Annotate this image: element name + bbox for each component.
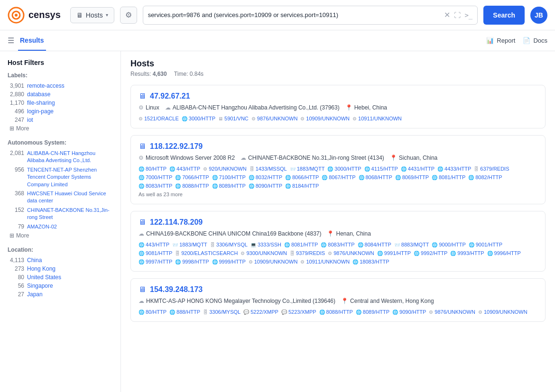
port-tag[interactable]: 🌐7066/HTTP: [175, 174, 209, 180]
expand-search-button[interactable]: ⛶: [454, 11, 461, 19]
filter-value[interactable]: remote-access: [27, 82, 65, 89]
port-tag[interactable]: 🗄3306/MYSQL: [203, 309, 240, 315]
list-item: 56 Singapore: [8, 283, 113, 289]
port-tag[interactable]: ⚙9876/UNKNOWN: [429, 309, 475, 315]
port-tag[interactable]: 🌐18083/HTTP: [352, 259, 389, 264]
port-tag[interactable]: 📨1883/MQTT: [172, 242, 207, 247]
port-tag[interactable]: 🌐8069/HTTP: [395, 174, 429, 180]
port-tag[interactable]: 🌐9998/HTTP: [175, 259, 209, 264]
search-button[interactable]: Search: [483, 6, 525, 25]
port-tag[interactable]: 🌐8088/HTTP: [175, 183, 209, 189]
port-tag[interactable]: 🌐9000/HTTP: [432, 242, 465, 247]
port-tag[interactable]: 🌐8081/HTTP: [432, 174, 465, 180]
port-tag[interactable]: ⚙10909/UNKNOWN: [300, 116, 350, 121]
as-more-link[interactable]: ⊞ More: [8, 232, 113, 239]
port-tag[interactable]: 🗄3306/MYSQL: [210, 242, 248, 247]
labels-more-link[interactable]: ⊞ More: [8, 125, 113, 132]
docs-button[interactable]: 📄 Docs: [523, 37, 547, 44]
results-tab[interactable]: Results: [18, 31, 46, 51]
port-tag[interactable]: 🌐8084/HTTP: [358, 242, 391, 247]
port-tag[interactable]: ⚙10909/UNKNOWN: [478, 309, 527, 315]
port-tag[interactable]: 🌐4433/HTTP: [437, 166, 471, 172]
port-tag[interactable]: 🌐9993/HTTP: [450, 250, 484, 256]
port-tag[interactable]: 🌐888/HTTP: [169, 309, 200, 315]
port-tag[interactable]: 🌐8032/HTTP: [249, 174, 282, 180]
port-tag[interactable]: 🌐8082/HTTP: [468, 174, 502, 180]
port-tag[interactable]: 🌐9090/HTTP: [392, 309, 426, 315]
port-tag[interactable]: 🌐8090/HTTP: [249, 183, 282, 189]
report-button[interactable]: 📊 Report: [486, 37, 515, 44]
port-tag[interactable]: 🌐8083/HTTP: [139, 183, 172, 189]
port-tag[interactable]: 🌐7100/HTTP: [212, 174, 246, 180]
port-tag[interactable]: 🌐8068/HTTP: [359, 174, 392, 180]
filter-value[interactable]: file-sharing: [27, 100, 55, 106]
hamburger-icon[interactable]: ☰: [8, 36, 14, 45]
port-tag[interactable]: 💬5222/XMPP: [243, 309, 278, 315]
port-tag[interactable]: 🌐4431/HTTP: [401, 166, 435, 172]
clear-search-button[interactable]: ✕: [444, 10, 450, 19]
filter-value[interactable]: United States: [27, 274, 61, 281]
cli-button[interactable]: >_: [464, 11, 472, 19]
port-tag[interactable]: 🌐8088/HTTP: [319, 309, 353, 315]
filter-value[interactable]: China: [27, 257, 42, 264]
search-type-button[interactable]: 🖥 Hosts ▾: [70, 7, 114, 23]
filter-value[interactable]: ALIBABA-CN-NET Hangzhou Alibaba Advertis…: [27, 150, 113, 164]
settings-button[interactable]: ⚙: [120, 7, 137, 24]
port-tag[interactable]: 🌐8066/HTTP: [285, 174, 319, 180]
port-tag[interactable]: ⚙1521/ORACLE: [139, 116, 179, 121]
port-tag[interactable]: 🌐3000/HTTP: [182, 116, 215, 121]
port-tag[interactable]: 💬5223/XMPP: [281, 309, 316, 315]
port-tag[interactable]: 🌐4115/HTTP: [364, 166, 398, 172]
port-tag[interactable]: 🌐9081/HTTP: [139, 250, 172, 256]
port-tag[interactable]: 📨8883/MQTT: [394, 242, 429, 247]
port-tag[interactable]: 🌐443/HTTP: [169, 166, 200, 172]
filter-value[interactable]: TENCENT-NET-AP Shenzhen Tencent Computer…: [27, 166, 113, 188]
port-tag[interactable]: 🌐9997/HTTP: [139, 259, 172, 264]
port-tag[interactable]: 🌐443/HTTP: [139, 242, 169, 247]
port-tag[interactable]: 🌐7000/HTTP: [139, 174, 172, 180]
port-tag[interactable]: ⚙9300/UNKNOWN: [240, 250, 287, 256]
port-tag[interactable]: ⚙10911/UNKNOWN: [352, 116, 402, 121]
port-tag[interactable]: 🌐8089/HTTP: [212, 183, 246, 189]
host-ip[interactable]: 118.122.92.179: [150, 142, 203, 151]
filter-value[interactable]: Japan: [27, 291, 43, 298]
port-tag[interactable]: ⚙9876/UNKNOWN: [328, 250, 374, 256]
filter-value[interactable]: CHINANET-BACKBONE No.31,Jin-rong Street: [27, 207, 113, 221]
port-tag[interactable]: 🖥5901/VNC: [218, 116, 249, 121]
port-tag[interactable]: 🌐9991/HTTP: [377, 250, 411, 256]
port-tag[interactable]: ⚙10911/UNKNOWN: [300, 259, 350, 264]
port-tag[interactable]: 💻3333/SSH: [250, 242, 281, 247]
search-input[interactable]: [148, 11, 441, 18]
port-tag[interactable]: 🌐9992/HTTP: [414, 250, 447, 256]
port-tag[interactable]: 🌐80/HTTP: [139, 309, 166, 315]
host-ip[interactable]: 122.114.78.209: [150, 218, 203, 227]
port-tag[interactable]: 🌐8089/HTTP: [356, 309, 389, 315]
avatar[interactable]: JB: [530, 7, 547, 24]
port-tag[interactable]: 🌐8081/HTTP: [284, 242, 318, 247]
port-tag[interactable]: ⚙920/UNKNOWN: [203, 166, 246, 172]
port-tag[interactable]: 🌐8083/HTTP: [321, 242, 354, 247]
port-tag[interactable]: 🗄6379/REDIS: [474, 166, 509, 172]
port-tag[interactable]: 🗄1433/MSSQL: [250, 166, 287, 172]
port-tag[interactable]: ⚙9876/UNKNOWN: [251, 116, 298, 121]
port-tag[interactable]: 🌐9001/HTTP: [469, 242, 502, 247]
filter-value[interactable]: Hong Kong: [27, 265, 56, 272]
port-tag[interactable]: 🌐3000/HTTP: [327, 166, 361, 172]
port-tag[interactable]: 🌐8184/HTTP: [285, 183, 319, 189]
host-ip[interactable]: 154.39.248.173: [150, 285, 203, 294]
port-tag[interactable]: 🌐8067/HTTP: [322, 174, 355, 180]
filter-value[interactable]: HWCSNET Huawei Cloud Service data center: [27, 190, 113, 205]
filter-value[interactable]: login-page: [27, 108, 54, 115]
filter-value[interactable]: AMAZON-02: [27, 223, 57, 230]
port-tag[interactable]: 🗄9379/REDIS: [290, 250, 325, 256]
port-tag[interactable]: 📨1883/MQTT: [290, 166, 325, 172]
port-tag[interactable]: 🗄9200/ELASTICSEARCH: [175, 250, 238, 256]
filter-value[interactable]: Singapore: [27, 283, 53, 289]
filter-value[interactable]: iot: [27, 117, 33, 123]
host-ip[interactable]: 47.92.67.21: [150, 92, 190, 100]
port-tag[interactable]: 🌐80/HTTP: [139, 166, 166, 172]
port-tag[interactable]: ⚙10909/UNKNOWN: [249, 259, 298, 264]
port-tag[interactable]: 🌐9999/HTTP: [212, 259, 246, 264]
port-tag[interactable]: 🌐9996/HTTP: [487, 250, 521, 256]
filter-value[interactable]: database: [27, 91, 50, 98]
